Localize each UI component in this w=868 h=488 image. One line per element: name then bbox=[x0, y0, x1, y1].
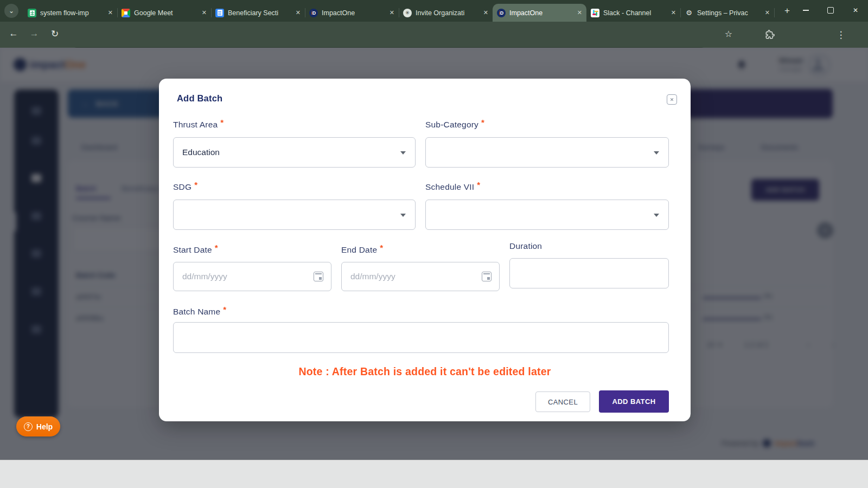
tab-close-icon[interactable]: ✕ bbox=[483, 9, 488, 16]
chevron-down-icon bbox=[400, 214, 406, 217]
calendar-icon[interactable] bbox=[314, 272, 323, 281]
sheets-icon bbox=[28, 9, 36, 17]
add-batch-modal: Add Batch ✕ Thrust Area* Education Sub-C… bbox=[159, 79, 691, 421]
tab-title: Slack - Channel bbox=[603, 9, 667, 17]
sdg-select[interactable] bbox=[173, 200, 416, 230]
bookmark-star-icon[interactable]: ☆ bbox=[722, 29, 736, 39]
reload-button[interactable]: ↻ bbox=[48, 28, 62, 40]
chevron-down-icon bbox=[400, 151, 406, 155]
meet-icon bbox=[122, 9, 130, 17]
schedule-vii-label: Schedule VII* bbox=[425, 182, 480, 192]
windows-taskbar: 1 31°C Haze Search ∧ ! ENGIN 17:04 05-03… bbox=[0, 460, 868, 488]
new-tab-button[interactable]: + bbox=[780, 3, 795, 18]
impactone-icon: iD bbox=[497, 9, 506, 17]
sdg-label: SDG* bbox=[173, 182, 197, 192]
end-date-label: End Date* bbox=[341, 245, 383, 255]
tab-close-icon[interactable]: ✕ bbox=[108, 9, 113, 16]
tab-close-icon[interactable]: ✕ bbox=[671, 9, 676, 16]
question-icon: ? bbox=[24, 422, 33, 431]
sub-category-label: Sub-Category* bbox=[425, 120, 484, 130]
tab-close-icon[interactable]: ✕ bbox=[577, 9, 582, 16]
close-icon: ✕ bbox=[670, 97, 674, 102]
tab-settings[interactable]: ⚙ Settings – Privac ✕ bbox=[680, 4, 774, 22]
thrust-area-value: Education bbox=[182, 147, 220, 157]
tab-impactone-active[interactable]: iD ImpactOne ✕ bbox=[493, 4, 586, 22]
tab-system-flow[interactable]: system flow-imp ✕ bbox=[23, 4, 117, 22]
close-icon: ✕ bbox=[853, 7, 858, 14]
minimize-icon bbox=[803, 10, 809, 11]
start-date-input[interactable]: dd/mm/yyyy bbox=[173, 262, 331, 291]
forward-button[interactable]: → bbox=[27, 28, 41, 39]
gear-icon: ⚙ bbox=[685, 9, 693, 17]
schedule-vii-select[interactable] bbox=[425, 200, 669, 230]
tab-title: Invite Organizati bbox=[416, 9, 480, 17]
batch-name-label: Batch Name* bbox=[173, 307, 226, 317]
minimize-button[interactable] bbox=[793, 0, 818, 21]
extensions-puzzle-icon[interactable] bbox=[763, 30, 777, 42]
thrust-area-select[interactable]: Education bbox=[173, 137, 416, 168]
tab-beneficiary-doc[interactable]: Beneficiary Secti ✕ bbox=[211, 4, 305, 22]
thrust-area-label: Thrust Area* bbox=[173, 120, 224, 130]
tab-close-icon[interactable]: ✕ bbox=[765, 9, 770, 16]
tab-title: Settings – Privac bbox=[697, 9, 761, 17]
duration-label: Duration bbox=[509, 241, 542, 251]
tab-invite-organization[interactable]: ✳ Invite Organizati ✕ bbox=[399, 4, 493, 22]
browser-tab-strip: ⌄ system flow-imp ✕ Google Meet ✕ Benefi… bbox=[0, 0, 868, 22]
tab-close-icon[interactable]: ✕ bbox=[390, 9, 394, 16]
close-window-button[interactable]: ✕ bbox=[843, 0, 868, 21]
tab-slack[interactable]: Slack - Channel ✕ bbox=[586, 4, 680, 22]
swirl-icon: ✳ bbox=[403, 9, 412, 17]
back-button[interactable]: ← bbox=[7, 28, 21, 39]
sub-category-select[interactable] bbox=[425, 137, 669, 168]
tab-impactone-1[interactable]: iD ImpactOne ✕ bbox=[305, 4, 399, 22]
batch-name-input[interactable] bbox=[173, 322, 669, 353]
duration-input[interactable] bbox=[509, 258, 669, 288]
note-text: Note : After Batch is added it can't be … bbox=[159, 365, 691, 378]
tab-title: ImpactOne bbox=[509, 9, 573, 17]
end-date-input[interactable]: dd/mm/yyyy bbox=[341, 262, 500, 291]
chevron-down-icon bbox=[654, 214, 659, 217]
page-viewport: impactOne Shivanimanager ← BACK Dashboar… bbox=[0, 48, 868, 460]
calendar-icon[interactable] bbox=[482, 272, 492, 281]
impactone-icon: iD bbox=[309, 9, 318, 17]
chevron-down-icon: ⌄ bbox=[9, 7, 14, 15]
docs-icon bbox=[215, 9, 224, 17]
help-button[interactable]: ? Help bbox=[16, 416, 60, 436]
maximize-button[interactable] bbox=[818, 0, 843, 21]
add-batch-submit-button[interactable]: ADD BATCH bbox=[599, 390, 669, 413]
tab-close-icon[interactable]: ✕ bbox=[202, 9, 207, 16]
modal-title: Add Batch bbox=[177, 93, 222, 104]
cancel-button[interactable]: CANCEL bbox=[535, 391, 590, 412]
tab-title: ImpactOne bbox=[322, 9, 386, 17]
browser-toolbar: ← → ↻ demo.impactdash.com/dashboard/proj… bbox=[0, 22, 868, 48]
tab-close-icon[interactable]: ✕ bbox=[296, 9, 301, 16]
tab-google-meet[interactable]: Google Meet ✕ bbox=[117, 4, 211, 22]
maximize-icon bbox=[827, 7, 834, 14]
tab-title: Google Meet bbox=[134, 9, 198, 17]
tab-title: system flow-imp bbox=[40, 9, 104, 17]
browser-menu-icon[interactable]: ⋮ bbox=[834, 29, 848, 41]
slack-icon bbox=[591, 9, 599, 17]
window-controls: ✕ bbox=[793, 0, 868, 22]
end-date-placeholder: dd/mm/yyyy bbox=[350, 272, 395, 281]
tab-search-button[interactable]: ⌄ bbox=[4, 4, 18, 18]
modal-close-button[interactable]: ✕ bbox=[667, 94, 677, 105]
chevron-down-icon bbox=[654, 151, 659, 155]
tab-title: Beneficiary Secti bbox=[228, 9, 292, 17]
start-date-label: Start Date* bbox=[173, 245, 218, 255]
start-date-placeholder: dd/mm/yyyy bbox=[182, 272, 227, 281]
